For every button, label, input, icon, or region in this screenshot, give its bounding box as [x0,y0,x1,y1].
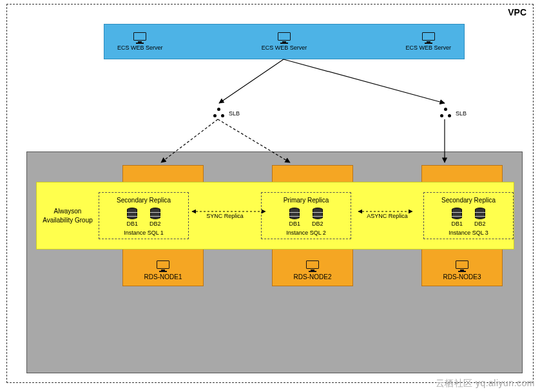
replica-1-db1: DB1 [126,208,138,227]
replica-2: Primary Replica DB1 DB2 Instance SQL 2 [261,192,351,239]
availability-group: Alwayson Availability Group Secondary Re… [36,182,514,250]
ecs-server-3: ECS WEB Server [405,32,451,51]
monitor-icon [133,32,146,43]
ecs-web-server-band: ECS WEB Server ECS WEB Server ECS WEB Se… [104,24,465,59]
group-title-line1: Alwayson [54,208,82,215]
database-icon [475,208,485,219]
replica-3: Secondary Replica DB1 DB2 Instance SQL 3 [423,192,514,239]
replica-1-db2: DB2 [149,208,161,227]
ecs-server-2: ECS WEB Server [262,32,307,51]
replica-3-db1: DB1 [451,208,463,227]
replica-1-instance: Instance SQL 1 [124,230,164,236]
slb-2: SLB [440,108,467,119]
link-sync: SYNC Replica [189,213,261,219]
slb-1: SLB [213,108,240,119]
monitor-icon [456,260,468,271]
link-async: ASYNC Replica [351,213,423,219]
replica-2-title: Primary Replica [284,197,329,204]
replica-1-title: Secondary Replica [117,197,171,204]
ecs-label-2: ECS WEB Server [262,44,307,51]
monitor-icon [278,32,291,43]
monitor-icon [157,260,169,271]
rds-node-label-2: RDS-NODE2 [294,273,332,280]
monitor-icon [306,260,319,271]
vpc-container: VPC ECS WEB Server ECS WEB Server ECS WE… [6,4,534,383]
ecs-label-3: ECS WEB Server [405,44,451,51]
rds-node-label-1: RDS-NODE1 [144,273,182,280]
group-title-line2: Availability Group [43,217,93,224]
database-icon [289,208,300,219]
rds-node-label-3: RDS-NODE3 [443,273,481,280]
slb-icon [440,108,452,119]
slb-label-1: SLB [229,110,240,117]
database-icon [127,208,137,219]
ecs-server-1: ECS WEB Server [117,32,163,51]
replica-3-db2: DB2 [474,208,486,227]
ecs-label-1: ECS WEB Server [117,44,163,51]
replica-3-instance: Instance SQL 3 [448,230,488,236]
vpc-label: VPC [508,7,526,17]
database-icon [452,208,462,219]
replica-2-db1: DB1 [289,208,300,227]
monitor-icon [422,32,435,43]
replica-3-title: Secondary Replica [441,197,496,204]
rds-cluster-box: RDS-NODE1 RDS-NODE2 RDS-NODE3 Alwayson A… [26,152,523,373]
replica-2-db2: DB2 [312,208,323,227]
database-icon [313,208,323,219]
group-title: Alwayson Availability Group [37,207,99,225]
database-icon [150,208,160,219]
replica-2-instance: Instance SQL 2 [286,230,326,236]
slb-label-2: SLB [456,110,467,117]
slb-icon [213,108,225,119]
replica-1: Secondary Replica DB1 DB2 Instance SQL 1 [99,192,189,239]
watermark: 云栖社区 yq.aliyun.com [436,378,535,389]
